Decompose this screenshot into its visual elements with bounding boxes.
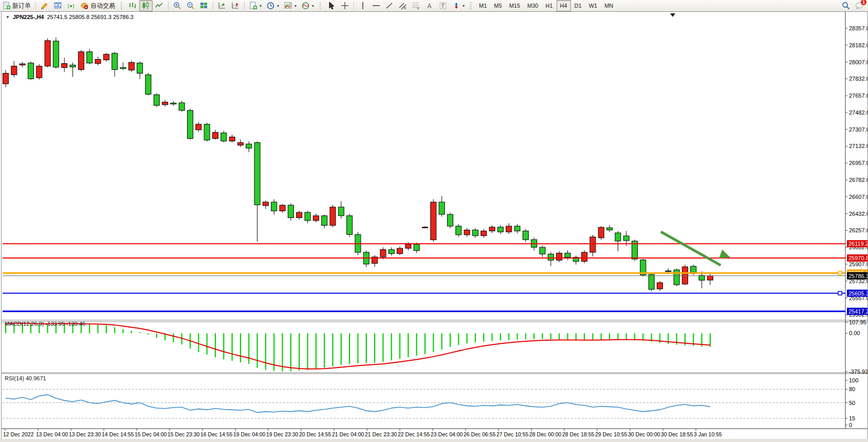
candle — [20, 64, 25, 65]
line-chart-button[interactable] — [153, 0, 166, 11]
zoom-in-icon — [173, 2, 181, 10]
search-icon — [842, 2, 850, 10]
candle — [171, 103, 176, 104]
auto-scroll-button[interactable] — [215, 0, 229, 11]
candle — [472, 230, 478, 235]
fibonacci-button[interactable]: F — [410, 0, 423, 11]
trend-arrow-annotation[interactable] — [661, 232, 721, 265]
svg-text:A: A — [428, 3, 432, 10]
candle — [439, 202, 445, 214]
template-icon — [284, 2, 292, 10]
candle — [615, 233, 621, 241]
zoom-out-button[interactable] — [184, 0, 197, 11]
text-button[interactable]: A — [423, 0, 436, 11]
timeframe-w1[interactable]: W1 — [585, 0, 601, 11]
line-drag-handle[interactable] — [838, 291, 842, 295]
vertical-line-icon — [359, 2, 367, 10]
candle — [347, 216, 353, 235]
svg-text:E: E — [404, 6, 407, 10]
svg-text:F: F — [417, 7, 419, 10]
chart-shift-button[interactable] — [229, 0, 242, 11]
indicators-button[interactable]: ▾ — [299, 0, 317, 11]
timeframe-h1[interactable]: H1 — [542, 0, 556, 11]
timeframe-label: MN — [604, 3, 613, 9]
candle — [204, 124, 210, 140]
candle — [582, 252, 587, 262]
date-axis-label: 14 Dec 14:55 — [102, 431, 134, 437]
shift-end-marker[interactable] — [670, 13, 675, 17]
separator — [354, 2, 354, 10]
candle — [405, 244, 411, 248]
trendline-button[interactable] — [383, 0, 396, 11]
crosshair-style-button[interactable] — [38, 0, 51, 11]
candle — [338, 207, 344, 216]
candle — [70, 65, 76, 67]
timeframe-d1[interactable]: D1 — [571, 0, 585, 11]
separator — [35, 2, 36, 10]
timeframe-m30[interactable]: M30 — [524, 0, 542, 11]
timeframe-label: M1 — [479, 3, 487, 9]
trend-arrow-head[interactable] — [719, 250, 730, 259]
svg-text:T: T — [441, 3, 445, 9]
cursor-button[interactable] — [325, 0, 338, 11]
new-order-button[interactable]: 新订单 — [0, 0, 33, 11]
bar-chart-button[interactable] — [126, 0, 139, 11]
collapse-triangle-icon[interactable]: ▼ — [6, 15, 10, 20]
timeframe-m15[interactable]: M15 — [506, 0, 524, 11]
autotrading-button[interactable]: 自动交易 — [78, 0, 118, 11]
templates-button[interactable]: ▾ — [282, 0, 299, 11]
date-axis-label: 20 Dec 14:55 — [299, 431, 331, 437]
candlestick-chart-button[interactable] — [139, 0, 153, 11]
horizontal-line-button[interactable] — [370, 0, 383, 11]
chevron-down-icon: ▾ — [312, 4, 314, 8]
candle — [414, 244, 419, 250]
text-label-button[interactable]: T — [436, 0, 450, 11]
price-axis-label: 26782.0 — [849, 177, 867, 183]
tile-windows-button[interactable] — [197, 0, 211, 11]
toolbar-group-chart-type — [126, 0, 166, 11]
date-axis-label: 3 Jan 10:55 — [694, 431, 722, 437]
date-axis-label: 27 Dec 10:55 — [496, 431, 529, 437]
timeframe-h4[interactable]: H4 — [557, 0, 571, 11]
timeframe-mn[interactable]: MN — [601, 0, 617, 11]
candle — [288, 205, 293, 217]
chart-canvas[interactable]: 28357.028182.028007.027832.027657.027482… — [2, 12, 867, 439]
rsi-axis-label: 100 — [849, 377, 858, 383]
periods-button[interactable]: ▾ — [264, 0, 282, 11]
bar-chart-icon — [128, 2, 137, 10]
zoom-in-button[interactable] — [171, 0, 184, 11]
timeframe-toolbar: M1 M5 M15 M30 H1 H4 D1 W1 MN — [475, 0, 617, 11]
channel-button[interactable]: E — [396, 0, 410, 11]
line-drag-handle[interactable] — [838, 271, 842, 275]
candle — [179, 103, 184, 110]
candle — [28, 63, 33, 79]
market-watch-button[interactable] — [51, 0, 65, 11]
price-level-tag-text: 25970.8 — [848, 255, 867, 261]
new-chart-button[interactable]: ▾ — [247, 0, 264, 11]
chat-button[interactable]: 1 — [853, 0, 866, 11]
timeframe-m5[interactable]: M5 — [490, 0, 505, 11]
candle — [78, 52, 84, 70]
candle — [598, 227, 604, 238]
new-order-label: 新订单 — [12, 2, 31, 10]
timeframe-label: D1 — [575, 3, 582, 9]
clock-icon — [267, 2, 275, 10]
candle — [229, 137, 235, 141]
date-axis-label: 28 Dec 00:00 — [529, 431, 562, 437]
vertical-line-button[interactable] — [356, 0, 370, 11]
candle — [557, 253, 562, 260]
crosshair-button[interactable] — [338, 0, 352, 11]
search-button[interactable] — [839, 0, 853, 11]
date-axis-label: 29 Dec 10:55 — [595, 431, 627, 437]
candle — [3, 73, 9, 84]
timeframe-m1[interactable]: M1 — [475, 0, 490, 11]
price-level-tag-text: 26119.2 — [848, 241, 867, 247]
separator — [213, 2, 213, 10]
price-axis-label: 28182.0 — [849, 42, 867, 48]
price-axis-label: 28357.0 — [849, 25, 867, 31]
toolbar-grip — [470, 2, 473, 9]
price-axis-label: 26957.0 — [849, 160, 867, 166]
signals-button[interactable] — [65, 0, 78, 11]
shapes-button[interactable]: ▾ — [450, 0, 467, 11]
chart-window-icon — [54, 2, 62, 10]
